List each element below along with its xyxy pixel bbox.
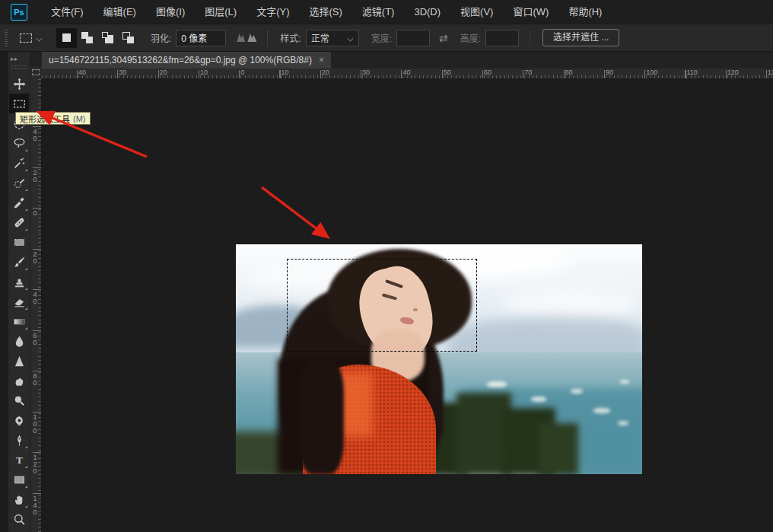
ps-logo[interactable]: Ps xyxy=(11,4,27,21)
horizontal-ruler[interactable]: 403020100102030405060708090100110120130 xyxy=(42,68,773,79)
menu-item[interactable]: 滤镜(T) xyxy=(352,0,405,24)
stamp-icon xyxy=(12,275,27,289)
magic-wand-icon xyxy=(12,156,27,170)
ruler-h-label: 100 xyxy=(644,68,657,76)
add-selection-button[interactable] xyxy=(77,28,97,48)
ruler-h-label: 10 xyxy=(280,68,289,76)
new-selection-icon xyxy=(62,33,71,42)
bandage-icon xyxy=(12,215,27,230)
quick-selection-tool[interactable] xyxy=(9,173,29,193)
ruler-h-label: 120 xyxy=(726,68,739,76)
menu-item[interactable]: 帮助(H) xyxy=(558,0,612,24)
brush-icon xyxy=(12,255,27,269)
feather-input[interactable] xyxy=(176,30,226,46)
ruler-h-label: 40 xyxy=(77,68,86,76)
eyedropper-tool[interactable] xyxy=(9,193,29,212)
menu-item[interactable]: 视图(V) xyxy=(450,0,503,24)
sharpen-tool[interactable] xyxy=(9,351,29,371)
subtract-selection-button[interactable] xyxy=(97,28,118,48)
document-tab[interactable]: u=1546722115,3049513262&fm=26&gp=0.jpg @… xyxy=(42,52,331,68)
menu-item[interactable]: 窗口(W) xyxy=(503,0,558,24)
width-label: 宽度: xyxy=(371,31,392,44)
ruler-h-label: 80 xyxy=(564,68,573,76)
smudge-tool[interactable] xyxy=(9,371,29,390)
tooltip-shortcut: (M) xyxy=(73,114,86,123)
clone-stamp-tool[interactable] xyxy=(9,272,29,291)
ruler-h-label: 30 xyxy=(361,68,370,76)
document-image[interactable] xyxy=(236,244,642,474)
dodge-tool[interactable] xyxy=(9,390,29,410)
ruler-origin-corner[interactable] xyxy=(30,67,42,79)
menu-item[interactable]: 编辑(E) xyxy=(94,0,146,24)
triangle-icon xyxy=(12,354,27,368)
type-tool[interactable]: T xyxy=(9,450,29,470)
ruler-v-label: 20 xyxy=(31,249,39,264)
hand-icon xyxy=(12,492,27,507)
rectangle-tool[interactable] xyxy=(9,470,29,489)
menu-item[interactable]: 文字(Y) xyxy=(247,0,299,24)
move-tool[interactable] xyxy=(9,74,29,94)
height-input[interactable] xyxy=(485,30,519,46)
style-value: 正常 xyxy=(311,31,329,44)
menu-item[interactable]: 3D(D) xyxy=(404,0,450,24)
rect-marquee-tool[interactable] xyxy=(9,94,29,113)
ruler-origin-icon xyxy=(32,69,40,75)
intersect-selection-icon xyxy=(122,32,134,43)
ruler-v-label: 40 xyxy=(31,126,39,142)
new-selection-button[interactable] xyxy=(56,28,77,48)
swap-dimensions-icon[interactable]: ⇄ xyxy=(439,32,448,44)
lasso-icon xyxy=(12,136,27,151)
ruler-h-label: 50 xyxy=(442,68,451,76)
add-selection-icon xyxy=(81,32,93,43)
zoom-tool[interactable] xyxy=(9,509,29,529)
patch-tool[interactable] xyxy=(9,232,29,252)
ruler-v-label: 120 xyxy=(31,452,39,474)
style-label: 样式: xyxy=(280,31,301,44)
height-label: 高度: xyxy=(460,31,481,44)
hand-tool[interactable] xyxy=(9,489,29,509)
drop-icon xyxy=(12,334,27,349)
width-input[interactable] xyxy=(396,30,430,46)
anti-alias-icon xyxy=(237,33,256,42)
gradient-tool[interactable] xyxy=(9,311,29,331)
menu-item[interactable]: 选择(S) xyxy=(299,0,352,24)
menu-item[interactable]: 图像(I) xyxy=(146,0,195,24)
eraser-tool[interactable] xyxy=(9,291,29,311)
rect-marquee-icon xyxy=(12,97,27,111)
menu-item[interactable]: 文件(F) xyxy=(41,0,94,24)
rectangle-icon xyxy=(12,473,27,487)
eyedropper-icon xyxy=(12,196,27,210)
brush-tool[interactable] xyxy=(9,252,29,272)
spot-healing-tool[interactable] xyxy=(9,212,29,232)
tool-preset-button[interactable] xyxy=(15,31,47,45)
canvas-pasteboard[interactable] xyxy=(42,79,773,532)
selection-marquee[interactable] xyxy=(287,259,477,352)
vertical-ruler[interactable]: 4020020406080100120140160 xyxy=(30,79,42,532)
select-and-mask-button[interactable]: 选择并遮住 ... xyxy=(542,29,619,46)
ruler-h-label: 30 xyxy=(117,68,126,76)
pen-tool[interactable] xyxy=(9,430,29,450)
photo-boats xyxy=(487,381,507,387)
intersect-selection-button[interactable] xyxy=(118,28,138,48)
blur-tool[interactable] xyxy=(9,331,29,351)
burn-tool[interactable] xyxy=(9,410,29,430)
type-icon: T xyxy=(12,453,27,467)
magic-wand-tool[interactable] xyxy=(9,153,29,173)
chevron-down-icon xyxy=(348,35,354,41)
menu-item[interactable]: 图层(L) xyxy=(195,0,247,24)
tool-tooltip: 矩形选框工具 (M) xyxy=(15,112,91,125)
document-tab-bar: u=1546722115,3049513262&fm=26&gp=0.jpg @… xyxy=(30,52,773,68)
ruler-v-label: 80 xyxy=(31,371,39,386)
toolbar-expand-button[interactable]: ▸▸ xyxy=(8,52,30,65)
close-icon[interactable]: × xyxy=(319,55,324,65)
chevron-down-icon xyxy=(37,35,43,41)
lasso-tool[interactable] xyxy=(9,133,29,153)
options-grip[interactable] xyxy=(5,30,8,46)
ruler-v-label: 40 xyxy=(31,289,39,304)
toolbar-grip[interactable] xyxy=(11,65,27,69)
style-select[interactable]: 正常 xyxy=(306,30,359,46)
divider xyxy=(530,30,530,46)
tool-options-bar: 羽化: 样式: 正常 宽度: ⇄ 高度: 选择并遮住 ... xyxy=(0,24,773,52)
ruler-v-label: 0 xyxy=(31,208,39,216)
tooltip-text: 矩形选框工具 xyxy=(20,113,70,125)
